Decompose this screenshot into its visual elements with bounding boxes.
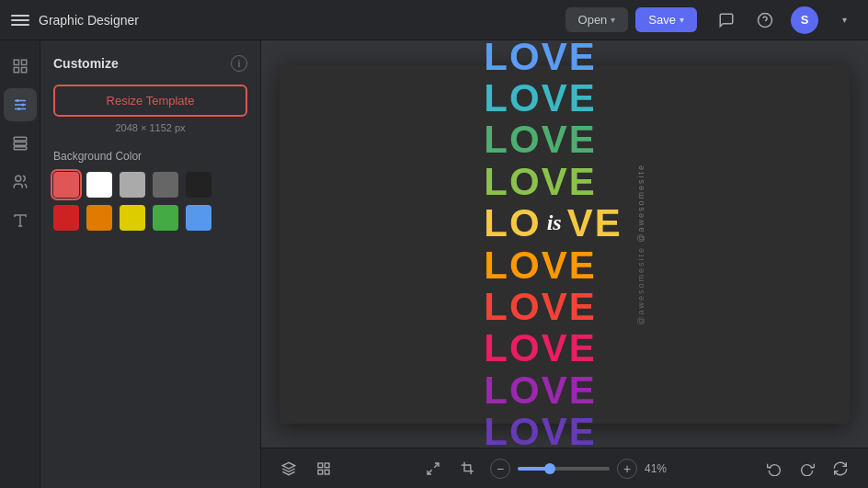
zoom-percent: 41% <box>645 462 678 475</box>
background-color-label: Background Color <box>53 150 247 163</box>
svg-point-9 <box>16 99 18 102</box>
love-row-5: LOVE <box>484 161 596 202</box>
bottombar: − + 41% <box>261 448 868 488</box>
sidebar-icon-layers[interactable] <box>4 127 37 160</box>
color-swatch-red[interactable] <box>53 172 79 198</box>
svg-rect-4 <box>14 68 18 73</box>
side-text-1: @awesomesite <box>637 164 645 243</box>
svg-point-11 <box>17 108 20 110</box>
svg-marker-18 <box>282 462 294 469</box>
love-row-10: LOVE <box>484 369 596 411</box>
color-swatch-blue[interactable] <box>186 205 211 231</box>
svg-rect-12 <box>14 137 27 141</box>
canvas-content: LOVE LOVE LOVE LOVE LOVE LO is VE LOVE L… <box>484 40 645 448</box>
topbar-icons: S ▾ <box>714 6 857 34</box>
svg-rect-19 <box>318 463 323 468</box>
menu-icon[interactable] <box>11 11 29 29</box>
svg-rect-20 <box>325 463 329 468</box>
zoom-slider-thumb <box>544 463 555 474</box>
sidebar-icon-people[interactable] <box>4 165 37 199</box>
open-label: Open <box>578 13 608 27</box>
svg-rect-5 <box>21 68 26 73</box>
is-text: is <box>547 210 562 235</box>
topbar: Graphic Designer Open ▾ Save ▾ S ▾ <box>0 0 868 40</box>
love-row-3: LOVE <box>484 77 596 119</box>
love-row-7: LOVE <box>484 244 596 286</box>
reset-button[interactable] <box>828 456 853 482</box>
topbar-actions: Open ▾ Save ▾ <box>565 7 697 32</box>
bottombar-left <box>276 456 337 482</box>
love-row-8: LOVE <box>484 286 596 327</box>
side-text-2: @awesomesite <box>637 246 645 325</box>
svg-point-10 <box>21 104 24 107</box>
love-row-4: LOVE <box>484 119 596 160</box>
svg-rect-13 <box>14 142 27 146</box>
save-button[interactable]: Save ▾ <box>635 7 697 32</box>
avatar[interactable]: S <box>791 6 818 34</box>
color-swatch-light-gray[interactable] <box>120 172 145 198</box>
save-label: Save <box>648 13 676 27</box>
crop-icon[interactable] <box>455 456 481 482</box>
layers-toggle-icon[interactable] <box>276 456 302 482</box>
svg-rect-14 <box>14 147 27 150</box>
love-row-11: LOVE <box>484 411 596 448</box>
app-title: Graphic Designer <box>39 13 556 28</box>
zoom-in-button[interactable]: + <box>617 459 637 479</box>
main-layout: Customize i Resize Template 2048 × 1152 … <box>0 40 868 488</box>
panel-header: Customize i <box>53 55 247 72</box>
color-swatch-black[interactable] <box>186 172 211 198</box>
love-row-6-partial2: VE <box>567 202 622 244</box>
side-text-container: @awesomesite @awesomesite <box>637 164 645 324</box>
color-swatch-dark-gray[interactable] <box>153 172 178 198</box>
canvas-area: LOVE LOVE LOVE LOVE LOVE LO is VE LOVE L… <box>261 40 868 488</box>
color-swatch-yellow[interactable] <box>120 205 145 231</box>
sidebar-icon-customize[interactable] <box>4 88 37 121</box>
redo-button[interactable] <box>794 456 820 482</box>
bottombar-right <box>761 456 853 482</box>
bottombar-center: − + 41% <box>348 456 750 482</box>
color-swatch-orange[interactable] <box>86 205 112 231</box>
color-grid <box>53 172 247 231</box>
canvas-card: LOVE LOVE LOVE LOVE LOVE LO is VE LOVE L… <box>280 65 850 424</box>
account-chevron[interactable]: ▾ <box>831 7 857 33</box>
open-chevron: ▾ <box>611 15 615 25</box>
zoom-out-button[interactable]: − <box>490 459 510 479</box>
sidebar-icon-text[interactable] <box>4 204 37 237</box>
info-icon[interactable]: i <box>231 55 247 72</box>
help-icon[interactable] <box>752 7 778 33</box>
canvas-viewport[interactable]: LOVE LOVE LOVE LOVE LOVE LO is VE LOVE L… <box>261 40 868 448</box>
svg-rect-2 <box>14 60 18 64</box>
icon-sidebar <box>0 40 40 488</box>
fit-view-icon[interactable] <box>420 456 446 482</box>
love-text-block: LOVE LOVE LOVE LOVE LOVE LO is VE LOVE L… <box>484 40 622 448</box>
svg-rect-3 <box>21 60 26 64</box>
sidebar-icon-grid[interactable] <box>4 50 37 83</box>
save-chevron: ▾ <box>680 15 684 25</box>
panel-title: Customize <box>53 56 119 71</box>
undo-button[interactable] <box>761 456 787 482</box>
svg-line-24 <box>428 470 432 474</box>
open-button[interactable]: Open ▾ <box>565 7 629 32</box>
love-row-6-partial: LO <box>484 202 541 244</box>
love-row-2: LOVE <box>484 40 596 77</box>
love-is-row: LO is VE <box>484 202 622 244</box>
color-swatch-white[interactable] <box>86 172 112 198</box>
comments-icon[interactable] <box>714 7 739 33</box>
zoom-slider[interactable] <box>518 467 610 471</box>
grid-toggle-icon[interactable] <box>311 456 337 482</box>
resize-template-button[interactable]: Resize Template <box>53 85 247 117</box>
love-row-9: LOVE <box>484 327 596 369</box>
zoom-controls: − + 41% <box>490 459 678 479</box>
color-swatch-green[interactable] <box>153 205 178 231</box>
svg-rect-21 <box>318 470 323 474</box>
customize-panel: Customize i Resize Template 2048 × 1152 … <box>40 40 261 488</box>
svg-point-15 <box>15 176 20 181</box>
color-swatch-dark-red[interactable] <box>53 205 79 231</box>
svg-line-23 <box>434 463 439 468</box>
template-size: 2048 × 1152 px <box>53 122 247 133</box>
svg-rect-22 <box>325 470 329 474</box>
